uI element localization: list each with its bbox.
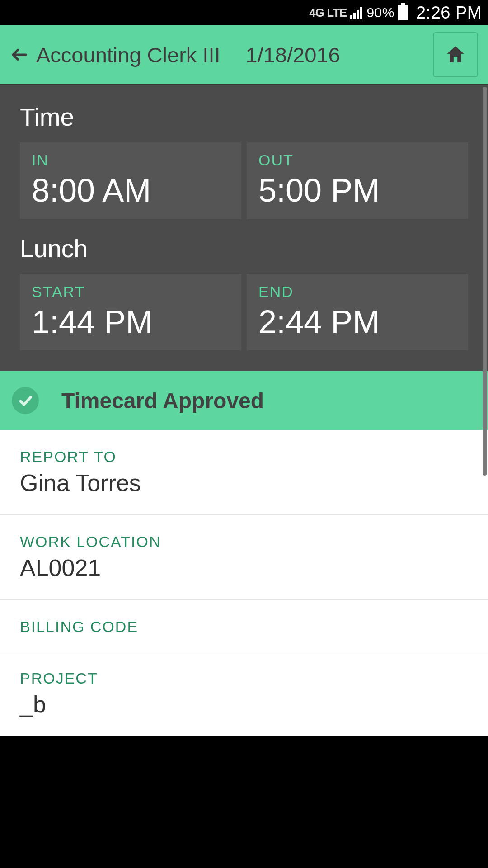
report-to-value: Gina Torres [20, 469, 468, 496]
project-label: PROJECT [20, 670, 468, 687]
lunch-start-tile[interactable]: START 1:44 PM [20, 274, 241, 350]
time-in-tile[interactable]: IN 8:00 AM [20, 142, 241, 219]
network-indicator: 4G LTE [309, 6, 347, 20]
work-location-label: WORK LOCATION [20, 533, 468, 551]
project-row[interactable]: PROJECT _b [0, 651, 488, 736]
lunch-end-value: 2:44 PM [258, 303, 456, 340]
report-to-row[interactable]: REPORT TO Gina Torres [0, 430, 488, 515]
home-icon [444, 43, 467, 66]
lunch-start-value: 1:44 PM [32, 303, 230, 340]
work-location-row[interactable]: WORK LOCATION AL0021 [0, 515, 488, 600]
time-panel: Time IN 8:00 AM OUT 5:00 PM Lunch START … [0, 84, 488, 371]
android-status-bar: 4G LTE 90% 2:26 PM [0, 0, 488, 25]
signal-bars-icon [349, 6, 362, 19]
time-out-label: OUT [258, 151, 456, 169]
time-in-label: IN [32, 151, 230, 169]
check-circle-icon [12, 387, 39, 414]
battery-percentage: 90% [366, 5, 394, 20]
approval-text: Timecard Approved [61, 388, 264, 413]
time-in-value: 8:00 AM [32, 172, 230, 209]
lunch-start-label: START [32, 283, 230, 301]
billing-code-row[interactable]: BILLING CODE [0, 600, 488, 651]
work-location-value: AL0021 [20, 554, 468, 581]
battery-icon [398, 5, 408, 20]
time-out-tile[interactable]: OUT 5:00 PM [247, 142, 468, 219]
billing-code-label: BILLING CODE [20, 618, 468, 636]
lunch-end-tile[interactable]: END 2:44 PM [247, 274, 468, 350]
page-date: 1/18/2016 [246, 42, 340, 67]
time-out-value: 5:00 PM [258, 172, 456, 209]
page-title: Accounting Clerk III [36, 42, 221, 67]
details-list: REPORT TO Gina Torres WORK LOCATION AL00… [0, 430, 488, 736]
arrow-left-icon [10, 45, 29, 64]
home-button[interactable] [433, 32, 478, 77]
project-value: _b [20, 691, 468, 718]
report-to-label: REPORT TO [20, 448, 468, 466]
content-scroll[interactable]: Time IN 8:00 AM OUT 5:00 PM Lunch START … [0, 84, 488, 868]
app-header: Accounting Clerk III 1/18/2016 [0, 25, 488, 84]
scrollbar-thumb[interactable] [483, 87, 487, 476]
lunch-end-label: END [258, 283, 456, 301]
time-heading: Time [20, 103, 468, 132]
lunch-heading: Lunch [20, 234, 468, 263]
back-button[interactable] [10, 45, 29, 64]
approval-banner: Timecard Approved [0, 371, 488, 430]
status-clock: 2:26 PM [416, 3, 482, 23]
